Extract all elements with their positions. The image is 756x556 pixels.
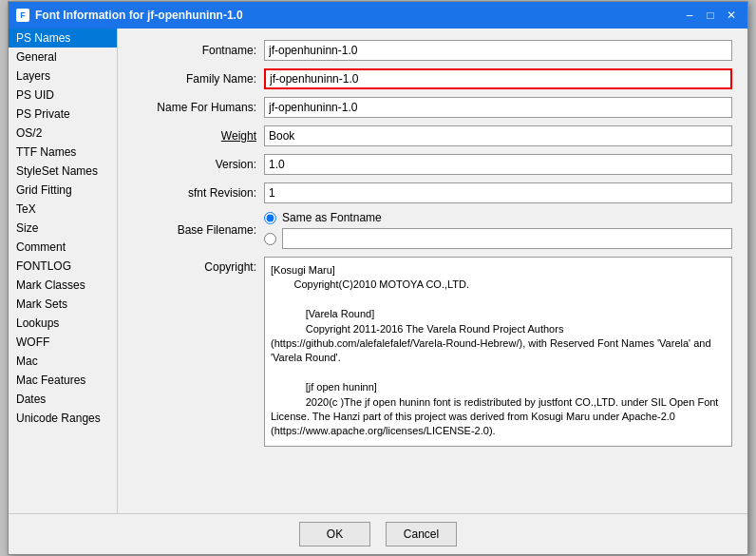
sidebar-item-fontlog[interactable]: FONTLOG — [9, 257, 117, 276]
sidebar-item-ps-private[interactable]: PS Private — [9, 105, 117, 124]
radio-custom-row — [264, 228, 732, 249]
fontname-label: Fontname: — [133, 44, 256, 57]
family-name-input[interactable] — [264, 68, 732, 89]
sfnt-revision-input[interactable] — [264, 182, 732, 203]
sidebar-item-tex[interactable]: TeX — [9, 200, 117, 219]
sidebar: PS NamesGeneralLayersPS UIDPS PrivateOS/… — [9, 29, 118, 513]
cancel-button[interactable]: Cancel — [386, 522, 457, 546]
version-input[interactable] — [264, 154, 732, 175]
name-for-humans-row: Name For Humans: — [133, 97, 732, 118]
sidebar-item-ps-uid[interactable]: PS UID — [9, 86, 117, 105]
sidebar-item-grid-fitting[interactable]: Grid Fitting — [9, 181, 117, 200]
sidebar-item-size[interactable]: Size — [9, 219, 117, 238]
title-bar-controls: – □ ✕ — [681, 7, 740, 24]
sidebar-item-os/2[interactable]: OS/2 — [9, 124, 117, 143]
weight-input[interactable] — [264, 125, 732, 146]
sidebar-item-styleset-names[interactable]: StyleSet Names — [9, 162, 117, 181]
name-for-humans-input[interactable] — [264, 97, 732, 118]
sidebar-item-lookups[interactable]: Lookups — [9, 314, 117, 333]
sfnt-revision-label: sfnt Revision: — [133, 186, 256, 200]
sidebar-item-comment[interactable]: Comment — [9, 238, 117, 257]
weight-row: Weight — [133, 125, 732, 146]
title-bar: F Font Information for jf-openhuninn-1.0… — [9, 2, 747, 29]
window-title: Font Information for jf-openhuninn-1.0 — [35, 9, 243, 22]
fontname-row: Fontname: — [133, 40, 732, 61]
version-label: Version: — [133, 158, 256, 171]
sidebar-item-ttf-names[interactable]: TTF Names — [9, 143, 117, 162]
sfnt-revision-row: sfnt Revision: — [133, 182, 732, 203]
minimize-button[interactable]: – — [681, 7, 698, 24]
radio-same-row: Same as Fontname — [264, 211, 732, 224]
sidebar-item-mac[interactable]: Mac — [9, 352, 117, 371]
maximize-button[interactable]: □ — [702, 7, 719, 24]
app-icon: F — [16, 9, 29, 22]
close-button[interactable]: ✕ — [723, 7, 740, 24]
radio-same-label: Same as Fontname — [282, 211, 382, 224]
custom-filename-input[interactable] — [282, 228, 732, 249]
copyright-row: Copyright: — [133, 257, 732, 447]
sidebar-item-mark-classes[interactable]: Mark Classes — [9, 276, 117, 295]
ok-button[interactable]: OK — [299, 522, 370, 546]
weight-label: Weight — [133, 129, 256, 143]
family-name-label: Family Name: — [133, 72, 256, 86]
sidebar-item-general[interactable]: General — [9, 48, 117, 67]
copyright-label: Copyright: — [133, 257, 256, 274]
main-panel: Fontname: Family Name: Name For Humans: … — [118, 29, 747, 513]
sidebar-item-mac-features[interactable]: Mac Features — [9, 371, 117, 390]
name-for-humans-label: Name For Humans: — [133, 101, 256, 114]
fontname-input[interactable] — [264, 40, 732, 61]
sidebar-item-dates[interactable]: Dates — [9, 390, 117, 409]
family-name-row: Family Name: — [133, 68, 732, 89]
title-bar-left: F Font Information for jf-openhuninn-1.0 — [16, 9, 243, 22]
base-filename-row: Base Filename: Same as Fontname — [133, 211, 732, 249]
copyright-textarea[interactable] — [264, 257, 732, 447]
radio-custom[interactable] — [264, 233, 276, 245]
base-filename-radio-group: Same as Fontname — [264, 211, 732, 249]
base-filename-label: Base Filename: — [133, 223, 256, 237]
sidebar-item-woff[interactable]: WOFF — [9, 333, 117, 352]
sidebar-item-ps-names[interactable]: PS Names — [9, 29, 117, 48]
main-window: F Font Information for jf-openhuninn-1.0… — [8, 1, 748, 555]
radio-same-as-fontname[interactable] — [264, 212, 276, 224]
footer: OK Cancel — [9, 513, 747, 554]
sidebar-item-layers[interactable]: Layers — [9, 67, 117, 86]
content-area: PS NamesGeneralLayersPS UIDPS PrivateOS/… — [9, 29, 747, 513]
sidebar-item-mark-sets[interactable]: Mark Sets — [9, 295, 117, 314]
version-row: Version: — [133, 154, 732, 175]
sidebar-item-unicode-ranges[interactable]: Unicode Ranges — [9, 409, 117, 428]
